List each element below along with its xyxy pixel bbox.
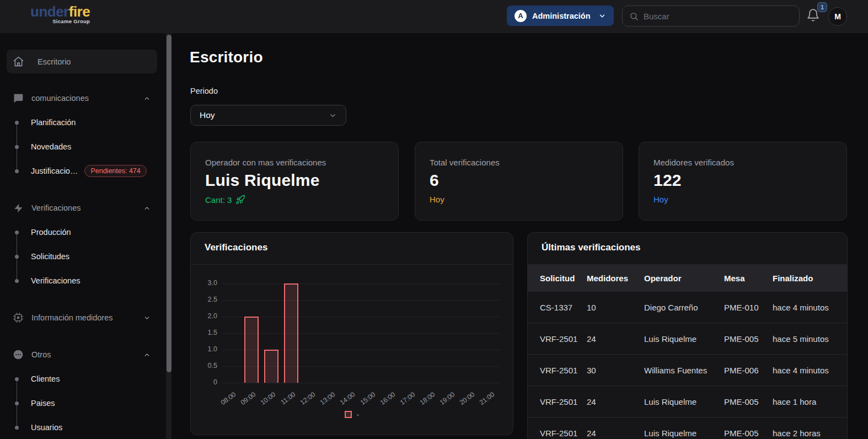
y-tick-label: 2.5 bbox=[195, 296, 217, 303]
workspace-avatar: A bbox=[515, 10, 527, 22]
main-content: Escritorio Periodo Hoy Operador con mas … bbox=[172, 33, 868, 439]
sidebar-item-label: Paises bbox=[31, 399, 55, 408]
bar bbox=[264, 350, 278, 383]
table-cell: Diego Carreño bbox=[644, 303, 724, 312]
sidebar-scrollbar-thumb[interactable] bbox=[167, 35, 172, 372]
home-icon bbox=[13, 56, 24, 67]
stat-footer: Cant: 3 bbox=[205, 195, 384, 205]
table-cell: Williams Fuentes bbox=[644, 366, 724, 375]
sidebar-item-clientes[interactable]: Clientes bbox=[0, 367, 166, 391]
gridline bbox=[222, 300, 500, 301]
table-cell: 10 bbox=[587, 303, 644, 312]
sidebar-item-verificaciones[interactable]: Verificaciones bbox=[0, 269, 166, 293]
legend-swatch-icon bbox=[345, 411, 352, 418]
chip-icon bbox=[12, 312, 24, 323]
stat-card-medidores-verificados: Medidores verificados 122 Hoy bbox=[639, 142, 847, 221]
table-cell: 24 bbox=[587, 334, 644, 344]
sidebar-item-novedades[interactable]: Novedades bbox=[0, 135, 166, 159]
table-title: Últimas verificaciones bbox=[542, 242, 641, 253]
table-column-header: Operador bbox=[644, 274, 724, 283]
table-cell: PME-005 bbox=[724, 429, 773, 438]
sidebar-group-label: comunicaciones bbox=[31, 94, 89, 103]
topbar: underfire Sicame Group A Administración … bbox=[0, 0, 868, 33]
sidebar-group-verificaciones[interactable]: Verificaciones bbox=[0, 196, 166, 220]
chevron-up-icon bbox=[143, 95, 151, 102]
sidebar-item-usuarios[interactable]: Usuarios bbox=[0, 415, 166, 439]
brand-logo: underfire Sicame Group bbox=[30, 4, 90, 24]
table-column-header: Mesa bbox=[724, 274, 773, 283]
notifications-button[interactable]: 1 bbox=[806, 8, 823, 25]
sidebar-item-solicitudes[interactable]: Solicitudes bbox=[0, 244, 166, 269]
last-verifications-card: Últimas verificaciones SolicitudMedidore… bbox=[527, 232, 848, 439]
table-cell: 30 bbox=[587, 366, 644, 375]
table-row: VRF-250130Williams FuentesPME-006hace 4 … bbox=[528, 355, 847, 386]
sidebar-item-label: Escritorio bbox=[37, 57, 71, 66]
stat-card-operador: Operador con mas verificaciones Luis Riq… bbox=[190, 142, 399, 221]
table-cell: Luis Riquelme bbox=[644, 429, 724, 438]
chart-title: Verificaciones bbox=[205, 242, 267, 253]
gridline bbox=[222, 383, 500, 383]
sidebar-item-justificaciones[interactable]: Justificacio… Pendientes: 474 bbox=[0, 159, 166, 183]
search-icon bbox=[629, 12, 639, 21]
stat-value: 6 bbox=[430, 171, 608, 190]
chevron-down-icon bbox=[329, 111, 337, 120]
sidebar-group-otros[interactable]: Otros bbox=[0, 342, 166, 367]
stat-label: Medidores verificados bbox=[653, 158, 832, 167]
sidebar-item-produccion[interactable]: Producción bbox=[0, 220, 166, 244]
sidebar-group-comunicaciones[interactable]: comunicaciones bbox=[0, 86, 166, 110]
table-cell: PME-005 bbox=[724, 397, 773, 406]
table-row: VRF-250124Luis RiquelmePME-005hace 2 hor… bbox=[528, 417, 847, 439]
stat-footer-text: Hoy bbox=[653, 195, 832, 204]
table-cell: CS-1337 bbox=[540, 303, 587, 312]
sidebar-group-informacion-medidores[interactable]: Información medidores bbox=[0, 306, 166, 330]
bolt-icon bbox=[12, 203, 24, 213]
table-cell: hace 4 minutos bbox=[773, 366, 847, 375]
bar bbox=[284, 283, 298, 383]
sidebar-item-planificacion[interactable]: Planificación bbox=[0, 110, 166, 135]
bullet-icon bbox=[15, 145, 19, 149]
y-tick-label: 1.5 bbox=[195, 329, 217, 336]
brand-name: underfire bbox=[30, 4, 90, 19]
sidebar-item-label: Novedades bbox=[31, 142, 71, 151]
workspace-label: Administración bbox=[532, 12, 591, 20]
sidebar-item-escritorio[interactable]: Escritorio bbox=[7, 50, 157, 73]
table-cell: Luis Riquelme bbox=[644, 334, 724, 344]
rocket-icon bbox=[235, 195, 245, 205]
chevron-up-icon bbox=[143, 205, 151, 212]
gridline bbox=[222, 317, 500, 317]
y-tick-label: 3.0 bbox=[195, 279, 217, 287]
y-tick-label: 0.5 bbox=[195, 362, 217, 370]
table-cell: VRF-2501 bbox=[540, 397, 587, 406]
search-box bbox=[622, 6, 800, 26]
legend-label: - bbox=[357, 410, 359, 419]
table-row: VRF-250124Luis RiquelmePME-005hace 5 min… bbox=[528, 323, 847, 355]
table-column-header: Medidores bbox=[587, 274, 644, 283]
stat-footer-text: Hoy bbox=[430, 195, 608, 204]
app-root: underfire Sicame Group A Administración … bbox=[0, 0, 868, 439]
stat-footer-text: Cant: 3 bbox=[205, 195, 232, 205]
table-column-header: Finalizado bbox=[773, 274, 847, 283]
chart-legend[interactable]: - bbox=[191, 410, 513, 419]
table-cell: PME-006 bbox=[724, 366, 773, 375]
user-avatar[interactable]: M bbox=[828, 7, 847, 26]
table-cell: PME-005 bbox=[724, 334, 773, 344]
stat-value: Luis Riquelme bbox=[205, 171, 384, 190]
bullet-icon bbox=[15, 401, 19, 405]
table-cell: Luis Riquelme bbox=[644, 397, 724, 406]
sidebar: Escritorio comunicaciones Planificación … bbox=[0, 33, 166, 439]
bullet-icon bbox=[15, 377, 19, 381]
table-cell: VRF-2501 bbox=[540, 334, 587, 344]
pending-count-badge: Pendientes: 474 bbox=[84, 165, 146, 177]
stat-label: Total verificaciones bbox=[430, 158, 608, 167]
workspace-switcher-button[interactable]: A Administración bbox=[507, 6, 614, 26]
sidebar-item-label: Usuarios bbox=[31, 423, 62, 432]
bullet-icon bbox=[15, 169, 19, 173]
period-select[interactable]: Hoy bbox=[190, 105, 346, 126]
sidebar-item-label: Verificaciones bbox=[31, 276, 80, 285]
table-cell: hace 1 hora bbox=[773, 397, 847, 406]
sidebar-item-label: Producción bbox=[31, 228, 71, 237]
table-cell: VRF-2501 bbox=[540, 366, 587, 375]
sidebar-sublist-verificaciones: Producción Solicitudes Verificaciones bbox=[0, 220, 166, 293]
search-input[interactable] bbox=[644, 12, 776, 21]
sidebar-item-paises[interactable]: Paises bbox=[0, 391, 166, 415]
